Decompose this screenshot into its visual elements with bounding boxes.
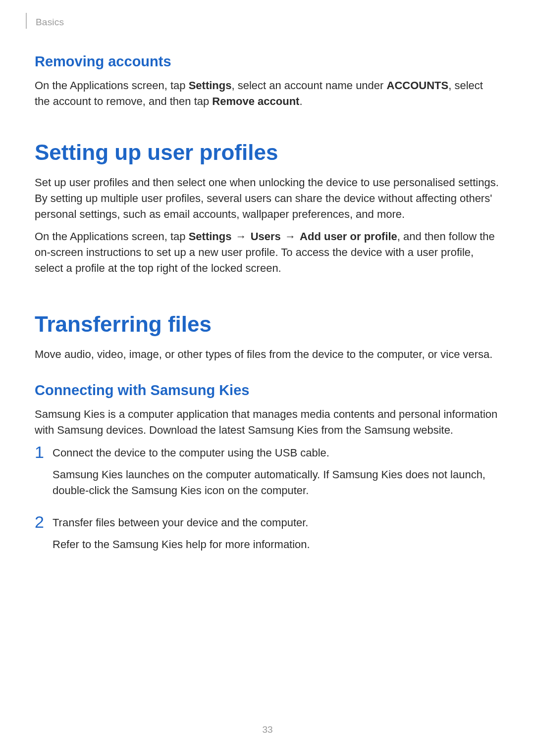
step: 2Transfer files between your device and … bbox=[35, 515, 500, 558]
content: Removing accounts On the Applications sc… bbox=[35, 53, 500, 558]
step-line: Samsung Kies launches on the computer au… bbox=[53, 467, 500, 499]
step-line: Transfer files between your device and t… bbox=[53, 515, 500, 531]
steps-list: 1Connect the device to the computer usin… bbox=[35, 445, 500, 558]
para-kies: Samsung Kies is a computer application t… bbox=[35, 406, 500, 438]
step-number: 2 bbox=[35, 513, 53, 530]
heading-transferring-files: Transferring files bbox=[35, 312, 500, 337]
step-body: Connect the device to the computer using… bbox=[53, 445, 500, 504]
para-removing-accounts: On the Applications screen, tap Settings… bbox=[35, 78, 500, 109]
para-user-profiles-2: On the Applications screen, tap Settings… bbox=[35, 229, 500, 276]
heading-user-profiles: Setting up user profiles bbox=[35, 140, 500, 165]
page-number: 33 bbox=[0, 724, 535, 735]
step-line: Connect the device to the computer using… bbox=[53, 445, 500, 461]
header-rule bbox=[26, 13, 27, 29]
step-body: Transfer files between your device and t… bbox=[53, 515, 500, 558]
step-line: Refer to the Samsung Kies help for more … bbox=[53, 537, 500, 553]
header-section-label: Basics bbox=[36, 17, 64, 28]
heading-kies: Connecting with Samsung Kies bbox=[35, 382, 500, 399]
step-number: 1 bbox=[35, 444, 53, 460]
para-transferring-files: Move audio, video, image, or other types… bbox=[35, 347, 500, 362]
para-user-profiles-1: Set up user profiles and then select one… bbox=[35, 175, 500, 222]
step: 1Connect the device to the computer usin… bbox=[35, 445, 500, 504]
page: Basics Removing accounts On the Applicat… bbox=[0, 0, 535, 756]
heading-removing-accounts: Removing accounts bbox=[35, 53, 500, 70]
